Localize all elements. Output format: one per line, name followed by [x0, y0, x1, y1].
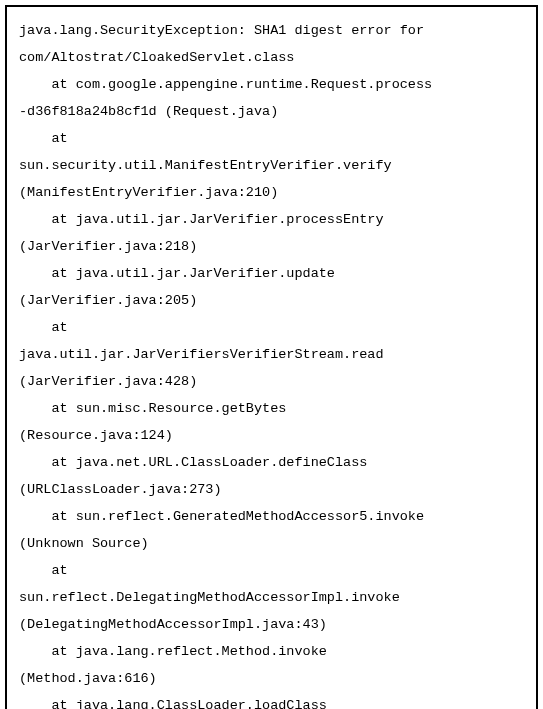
stack-frame-7-line1: at sun.reflect.GeneratedMethodAccessor5.…	[19, 503, 524, 530]
stack-frame-9-line1: at java.lang.reflect.Method.invoke	[19, 638, 524, 665]
stack-frame-8-line2: sun.reflect.DelegatingMethodAccessorImpl…	[19, 584, 524, 611]
stack-frame-3-line2: (JarVerifier.java:205)	[19, 287, 524, 314]
stack-frame-6-line1: at java.net.URL.ClassLoader.defineClass	[19, 449, 524, 476]
stack-frame-1-line2: sun.security.util.ManifestEntryVerifier.…	[19, 152, 524, 179]
stack-frame-4-line1: at	[19, 314, 524, 341]
stack-frame-1-line3: (ManifestEntryVerifier.java:210)	[19, 179, 524, 206]
exception-message-line1: java.lang.SecurityException: SHA1 digest…	[19, 17, 524, 44]
stack-frame-3-line1: at java.util.jar.JarVerifier.update	[19, 260, 524, 287]
stack-frame-4-line3: (JarVerifier.java:428)	[19, 368, 524, 395]
stack-frame-0-line1: at com.google.appengine.runtime.Request.…	[19, 71, 524, 98]
stack-frame-1-line1: at	[19, 125, 524, 152]
stack-frame-2-line1: at java.util.jar.JarVerifier.processEntr…	[19, 206, 524, 233]
stack-frame-5-line2: (Resource.java:124)	[19, 422, 524, 449]
stack-frame-8-line3: (DelegatingMethodAccessorImpl.java:43)	[19, 611, 524, 638]
stack-frame-9-line2: (Method.java:616)	[19, 665, 524, 692]
stack-frame-8-line1: at	[19, 557, 524, 584]
stack-frame-0-line2: -d36f818a24b8cf1d (Request.java)	[19, 98, 524, 125]
stack-frame-5-line1: at sun.misc.Resource.getBytes	[19, 395, 524, 422]
stack-frame-10-line1: at java.lang.ClassLoader.loadClass	[19, 692, 524, 709]
stack-frame-7-line2: (Unknown Source)	[19, 530, 524, 557]
stack-frame-4-line2: java.util.jar.JarVerifiersVerifierStream…	[19, 341, 524, 368]
exception-message-line2: com/Altostrat/CloakedServlet.class	[19, 44, 524, 71]
stack-frame-6-line2: (URLClassLoader.java:273)	[19, 476, 524, 503]
stack-frame-2-line2: (JarVerifier.java:218)	[19, 233, 524, 260]
stacktrace-container: java.lang.SecurityException: SHA1 digest…	[5, 5, 538, 709]
